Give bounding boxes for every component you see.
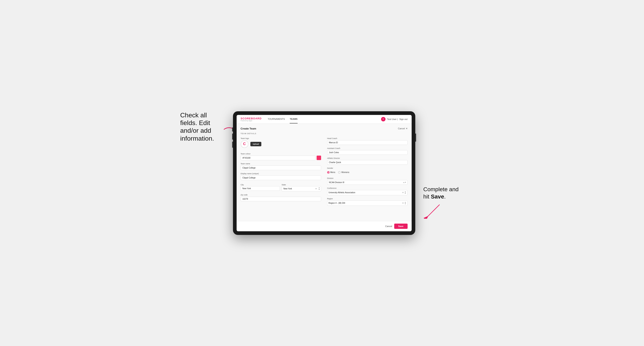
navbar: SCOREBOARD Powered by clippd TOURNAMENTS…	[236, 115, 412, 124]
page-title: Create Team	[241, 127, 256, 130]
nav-tournaments[interactable]: TOURNAMENTS	[268, 115, 285, 123]
region-label: Region	[327, 198, 408, 200]
nav-teams[interactable]: TEAMS	[290, 115, 298, 123]
state-clear-button[interactable]: ✕	[314, 187, 318, 190]
head-coach-input[interactable]	[327, 140, 408, 145]
state-arrows-icon: ▲▼	[318, 187, 321, 191]
brand-name: SCOREBOARD	[241, 117, 262, 120]
gender-womens-option[interactable]: Womens	[338, 171, 349, 173]
conference-arrows-icon: ▲▼	[404, 191, 406, 194]
team-colour-label: Team colour	[241, 153, 321, 155]
team-colour-group: Team colour	[241, 153, 321, 160]
cancel-button[interactable]: Cancel	[385, 225, 392, 227]
sign-out-link[interactable]: Sign out	[399, 118, 408, 120]
region-arrows-icon: ▲▼	[404, 201, 406, 205]
logo-circle: C	[241, 140, 248, 148]
display-name-input[interactable]	[241, 175, 321, 180]
section-label: TEAM DETAILS	[241, 133, 408, 135]
city-group: City	[241, 182, 280, 191]
division-group: Division NCAA Division III ▲▼	[327, 177, 408, 185]
conference-value: University Athletic Association	[328, 191, 401, 194]
save-button[interactable]: Save	[394, 224, 408, 229]
user-label: Test User |	[387, 118, 398, 120]
gender-mens-option[interactable]: Mens	[327, 171, 335, 173]
assistant-coach-label: Assistant Coach	[327, 147, 408, 149]
form-right-col: Head Coach Assistant Coach Athletic Dire…	[327, 137, 408, 206]
team-name-group: Team name	[241, 163, 321, 170]
content-area: Create Team Cancel ✕ TEAM DETAILS Team l…	[236, 124, 412, 221]
assistant-coach-input[interactable]	[327, 150, 408, 155]
user-avatar: T	[381, 117, 386, 121]
display-name-group: Display name (unique)	[241, 173, 321, 180]
assistant-coach-group: Assistant Coach	[327, 147, 408, 155]
city-state-group: City State New York ✕	[241, 182, 321, 191]
division-label: Division	[327, 177, 408, 179]
athletic-director-label: Athletic Director	[327, 157, 408, 159]
page-header: Create Team Cancel ✕	[241, 127, 408, 130]
color-swatch[interactable]	[317, 156, 321, 160]
team-colour-input-row	[241, 156, 321, 160]
powered-by: Powered by clippd	[241, 120, 262, 121]
conference-clear-button[interactable]: ✕	[402, 191, 404, 194]
upload-button[interactable]: Upload	[250, 142, 262, 146]
athletic-director-input[interactable]	[327, 160, 408, 165]
region-value: Region II - (M) DIII	[328, 202, 401, 204]
gender-mens-radio[interactable]	[327, 171, 330, 173]
gender-label: Gender	[327, 167, 408, 169]
team-name-label: Team name	[241, 163, 321, 165]
team-logo-area: C Upload	[241, 140, 321, 148]
navbar-brand: SCOREBOARD Powered by clippd	[241, 117, 262, 121]
modal-footer: Cancel Save	[236, 221, 412, 231]
conference-select[interactable]: University Athletic Association ✕ ▲▼	[327, 190, 408, 195]
state-select-container: New York ✕ ▲▼	[282, 186, 321, 191]
zip-code-group: Zip code	[241, 194, 321, 201]
gender-womens-radio[interactable]	[338, 171, 340, 173]
display-name-label: Display name (unique)	[241, 173, 321, 174]
cancel-x-button[interactable]: Cancel ✕	[398, 127, 408, 130]
division-select-wrapper: NCAA Division III ▲▼	[327, 180, 408, 185]
team-colour-input[interactable]	[241, 156, 316, 160]
division-select[interactable]: NCAA Division III	[327, 180, 408, 185]
annotation-right: Complete and hit Save.	[424, 186, 464, 219]
zip-label: Zip code	[241, 194, 321, 196]
tablet-screen: SCOREBOARD Powered by clippd TOURNAMENTS…	[236, 115, 412, 231]
team-name-input[interactable]	[241, 166, 321, 170]
region-group: Region Region II - (M) DIII ✕ ▲▼	[327, 198, 408, 206]
state-label: State	[282, 184, 286, 186]
annotation-left: Check all fields. Edit and/or add inform…	[180, 111, 225, 143]
region-select[interactable]: Region II - (M) DIII ✕ ▲▼	[327, 200, 408, 206]
team-logo-label: Team logo	[241, 137, 321, 139]
conference-group: Conference University Athletic Associati…	[327, 187, 408, 195]
team-logo-group: Team logo C Upload	[241, 137, 321, 150]
city-state-row: City State New York ✕	[241, 182, 321, 191]
head-coach-group: Head Coach	[327, 137, 408, 145]
region-clear-button[interactable]: ✕	[402, 202, 404, 204]
city-input[interactable]	[241, 186, 280, 191]
athletic-director-group: Athletic Director	[327, 157, 408, 165]
zip-input[interactable]	[241, 197, 321, 201]
state-select[interactable]: New York	[282, 186, 314, 191]
form-grid: Team logo C Upload Team colour	[241, 137, 408, 206]
nav-links: TOURNAMENTS TEAMS	[268, 115, 381, 123]
gender-group: Gender Mens Womens	[327, 167, 408, 175]
tablet-frame: SCOREBOARD Powered by clippd TOURNAMENTS…	[233, 111, 415, 235]
head-coach-label: Head Coach	[327, 137, 408, 139]
arrow-right-icon	[424, 202, 444, 219]
gender-radio-group: Mens Womens	[327, 170, 408, 175]
conference-label: Conference	[327, 187, 408, 189]
form-left-col: Team logo C Upload Team colour	[241, 137, 321, 206]
state-group: State New York ✕ ▲▼	[282, 182, 321, 191]
navbar-right: T Test User | Sign out	[381, 117, 408, 121]
city-label: City	[241, 184, 244, 186]
